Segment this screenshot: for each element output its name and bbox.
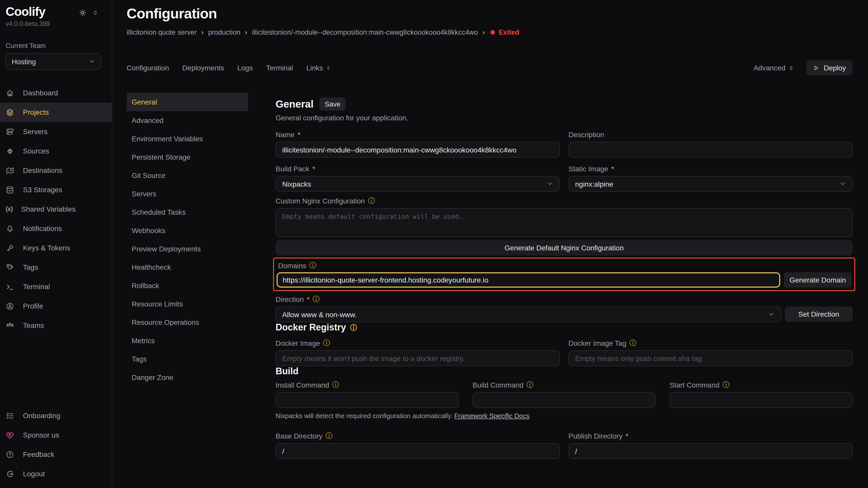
- info-icon[interactable]: ⓘ: [526, 382, 533, 389]
- subnav-item-healthcheck[interactable]: Healthcheck: [127, 258, 248, 276]
- subnav-item-persistent-storage[interactable]: Persistent Storage: [127, 148, 248, 166]
- subnav-item-metrics[interactable]: Metrics: [127, 331, 248, 350]
- breadcrumb-application[interactable]: illicitestonion/-module--decomposition:m…: [252, 28, 477, 36]
- start-command-label: Start Command: [670, 381, 719, 389]
- subnav-item-servers[interactable]: Servers: [127, 185, 248, 203]
- start-command-input[interactable]: [670, 392, 853, 408]
- info-icon[interactable]: ⓘ: [313, 296, 319, 303]
- chevrons-up-down-icon: [788, 65, 794, 71]
- info-icon[interactable]: ⓘ: [368, 198, 375, 204]
- build-heading: Build: [276, 366, 853, 377]
- subnav-item-danger-zone[interactable]: Danger Zone: [127, 368, 248, 387]
- sidebar-item-logout[interactable]: Logout: [0, 464, 112, 483]
- docker-registry-heading: Docker Registry ⓘ: [276, 322, 853, 333]
- deploy-button[interactable]: Deploy: [806, 60, 853, 75]
- tab-deployments[interactable]: Deployments: [182, 64, 224, 72]
- subnav-item-environment-variables[interactable]: Environment Variables: [127, 130, 248, 148]
- sidebar-item-teams[interactable]: Teams: [0, 316, 112, 335]
- sidebar-item-onboarding[interactable]: Onboarding: [0, 406, 112, 425]
- sidebar-item-label: Notifications: [23, 224, 62, 232]
- description-input[interactable]: [568, 142, 853, 158]
- generate-domain-button[interactable]: Generate Domain: [784, 272, 852, 288]
- app-logo[interactable]: Coolify: [6, 5, 45, 19]
- build-pack-select[interactable]: Nixpacks: [276, 176, 560, 192]
- sidebar-item-keys-tokens[interactable]: Keys & Tokens: [0, 238, 112, 258]
- sidebar-item-profile[interactable]: Profile: [0, 296, 112, 316]
- tab-links[interactable]: Links: [306, 64, 331, 72]
- tab-configuration[interactable]: Configuration: [127, 64, 169, 72]
- breadcrumb-project[interactable]: illicitonion quote server: [127, 28, 197, 36]
- direction-label: Direction: [276, 295, 304, 303]
- subnav-item-general[interactable]: General: [127, 93, 248, 111]
- subnav-item-resource-operations[interactable]: Resource Operations: [127, 313, 248, 331]
- sidebar-item-label: Keys & Tokens: [23, 244, 70, 252]
- advanced-menu[interactable]: Advanced: [753, 64, 794, 72]
- subnav-item-git-source[interactable]: Git Source: [127, 166, 248, 185]
- name-input[interactable]: illicitestonion/-module--decomposition:m…: [276, 142, 560, 158]
- sidebar-item-notifications[interactable]: Notifications: [0, 219, 112, 238]
- info-icon[interactable]: ⓘ: [629, 340, 636, 347]
- users-group-icon: [6, 321, 14, 330]
- sidebar-item-terminal[interactable]: Terminal: [0, 277, 112, 296]
- sidebar-item-projects[interactable]: Projects: [0, 102, 112, 122]
- subnav-item-rollback[interactable]: Rollback: [127, 276, 248, 295]
- info-icon[interactable]: ⓘ: [309, 262, 316, 269]
- sidebar-item-shared-variables[interactable]: (x) Shared Variables: [0, 199, 112, 219]
- docker-image-input[interactable]: Empty means it won't push the image to a…: [276, 350, 560, 366]
- map-icon: [6, 166, 14, 175]
- info-icon[interactable]: ⓘ: [326, 433, 333, 440]
- direction-select[interactable]: Allow www & non-www.: [276, 306, 781, 322]
- subnav-item-webhooks[interactable]: Webhooks: [127, 221, 248, 240]
- breadcrumb-environment[interactable]: production: [208, 28, 240, 36]
- sidebar-item-sources[interactable]: Sources: [0, 141, 112, 161]
- play-icon: [813, 65, 819, 71]
- current-team-label: Current Team: [6, 42, 106, 50]
- general-heading: General: [276, 98, 314, 110]
- description-field: Description: [568, 130, 853, 158]
- sidebar-item-label: Logout: [23, 469, 45, 478]
- base-directory-input[interactable]: /: [276, 443, 560, 459]
- set-direction-button[interactable]: Set Direction: [785, 306, 853, 322]
- subnav-item-resource-limits[interactable]: Resource Limits: [127, 295, 248, 313]
- subnav-item-preview-deployments[interactable]: Preview Deployments: [127, 240, 248, 258]
- build-command-input[interactable]: [472, 392, 656, 408]
- info-icon[interactable]: ⓘ: [323, 340, 330, 347]
- save-button[interactable]: Save: [320, 97, 346, 111]
- required-asterisk: *: [312, 165, 315, 173]
- domains-input[interactable]: https://illicitonion-quote-server-fronte…: [277, 272, 780, 288]
- subnav-item-scheduled-tasks[interactable]: Scheduled Tasks: [127, 203, 248, 221]
- subnav-item-tags[interactable]: Tags: [127, 350, 248, 368]
- chevron-down-icon: [768, 311, 775, 318]
- build-pack-field: Build Pack* Nixpacks: [276, 164, 560, 192]
- sidebar-item-servers[interactable]: Servers: [0, 122, 112, 141]
- logout-icon: [6, 469, 14, 478]
- sidebar-item-s3-storages[interactable]: S3 Storages: [0, 180, 112, 199]
- team-select[interactable]: Hosting: [6, 53, 101, 70]
- info-icon[interactable]: ⓘ: [332, 382, 339, 389]
- info-icon[interactable]: ⓘ: [350, 324, 357, 331]
- sidebar-item-dashboard[interactable]: Dashboard: [0, 83, 112, 102]
- sidebar-item-destinations[interactable]: Destinations: [0, 161, 112, 180]
- static-image-select[interactable]: nginx:alpine: [568, 176, 853, 192]
- sidebar-item-label: Feedback: [23, 450, 54, 458]
- publish-directory-input[interactable]: /: [568, 443, 853, 459]
- tab-logs[interactable]: Logs: [237, 64, 253, 72]
- generate-nginx-button[interactable]: Generate Default Nginx Configuration: [276, 240, 853, 256]
- docker-image-tag-input[interactable]: Empty means only push commit sha tag.: [568, 350, 853, 366]
- theme-selector-chevrons-icon[interactable]: [92, 9, 98, 16]
- sidebar-item-feedback[interactable]: Feedback: [0, 445, 112, 464]
- custom-nginx-textarea[interactable]: Empty means default configuration will b…: [276, 208, 853, 237]
- framework-docs-link[interactable]: Framework Specific Docs: [454, 412, 529, 420]
- sidebar-item-sponsor-us[interactable]: Sponsor us: [0, 425, 112, 445]
- sidebar-item-label: S3 Storages: [23, 186, 62, 194]
- sidebar-item-tags[interactable]: Tags: [0, 258, 112, 277]
- subnav-item-advanced[interactable]: Advanced: [127, 111, 248, 130]
- sidebar-nav: Dashboard Projects Servers Sources Desti…: [0, 83, 112, 335]
- tab-terminal[interactable]: Terminal: [266, 64, 293, 72]
- info-icon[interactable]: ⓘ: [722, 382, 730, 389]
- theme-sun-icon[interactable]: [79, 9, 87, 17]
- base-directory-label: Base Directory: [276, 432, 322, 440]
- domains-highlight-box: Domains ⓘ https://illicitonion-quote-ser…: [273, 258, 855, 291]
- sidebar-item-label: Teams: [23, 321, 44, 329]
- install-command-input[interactable]: [276, 392, 459, 408]
